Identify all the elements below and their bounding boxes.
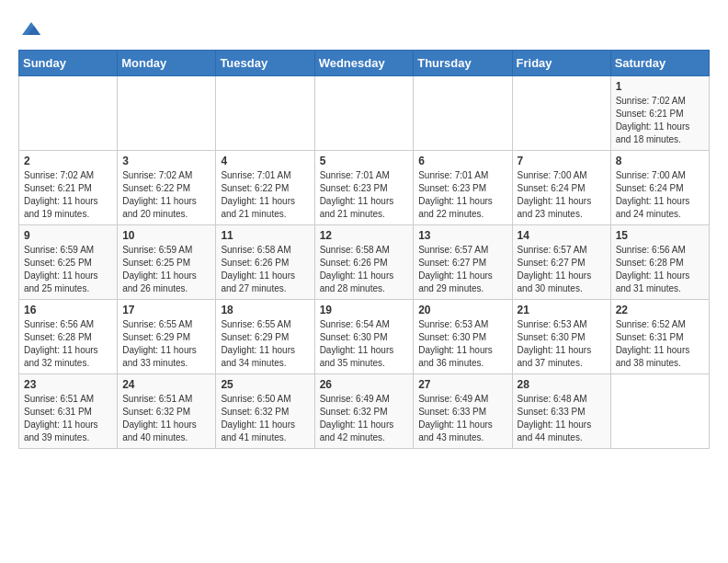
day-info: Sunrise: 6:56 AM Sunset: 6:28 PM Dayligh… bbox=[24, 318, 112, 370]
day-number: 6 bbox=[418, 155, 506, 167]
week-row-2: 2Sunrise: 7:02 AM Sunset: 6:21 PM Daylig… bbox=[19, 151, 710, 225]
calendar-header-row: SundayMondayTuesdayWednesdayThursdayFrid… bbox=[19, 51, 710, 76]
day-info: Sunrise: 6:54 AM Sunset: 6:30 PM Dayligh… bbox=[320, 318, 409, 370]
day-number: 15 bbox=[616, 229, 704, 242]
day-cell bbox=[118, 76, 216, 151]
day-number: 17 bbox=[122, 304, 210, 316]
day-info: Sunrise: 7:00 AM Sunset: 6:24 PM Dayligh… bbox=[518, 169, 606, 221]
day-info: Sunrise: 6:52 AM Sunset: 6:31 PM Dayligh… bbox=[616, 318, 704, 370]
header-friday: Friday bbox=[512, 51, 610, 76]
header-monday: Monday bbox=[118, 51, 216, 76]
day-cell: 15Sunrise: 6:56 AM Sunset: 6:28 PM Dayli… bbox=[610, 225, 709, 300]
day-number: 28 bbox=[518, 378, 606, 391]
day-number: 4 bbox=[221, 155, 309, 167]
day-number: 9 bbox=[24, 229, 112, 242]
page-header bbox=[18, 18, 710, 40]
day-cell: 4Sunrise: 7:01 AM Sunset: 6:22 PM Daylig… bbox=[216, 151, 314, 225]
day-cell: 11Sunrise: 6:58 AM Sunset: 6:26 PM Dayli… bbox=[216, 225, 314, 300]
day-info: Sunrise: 6:51 AM Sunset: 6:32 PM Dayligh… bbox=[122, 393, 210, 444]
day-cell bbox=[610, 374, 709, 449]
week-row-3: 9Sunrise: 6:59 AM Sunset: 6:25 PM Daylig… bbox=[19, 225, 710, 300]
day-cell: 24Sunrise: 6:51 AM Sunset: 6:32 PM Dayli… bbox=[118, 374, 216, 449]
day-cell: 17Sunrise: 6:55 AM Sunset: 6:29 PM Dayli… bbox=[118, 300, 216, 374]
day-info: Sunrise: 7:02 AM Sunset: 6:21 PM Dayligh… bbox=[616, 95, 704, 146]
day-cell: 13Sunrise: 6:57 AM Sunset: 6:27 PM Dayli… bbox=[414, 225, 512, 300]
day-cell: 1Sunrise: 7:02 AM Sunset: 6:21 PM Daylig… bbox=[610, 76, 709, 151]
day-cell bbox=[314, 76, 414, 151]
day-cell: 21Sunrise: 6:53 AM Sunset: 6:30 PM Dayli… bbox=[512, 300, 610, 374]
day-info: Sunrise: 6:57 AM Sunset: 6:27 PM Dayligh… bbox=[518, 244, 606, 295]
day-info: Sunrise: 6:57 AM Sunset: 6:27 PM Dayligh… bbox=[418, 244, 506, 295]
day-cell: 2Sunrise: 7:02 AM Sunset: 6:21 PM Daylig… bbox=[19, 151, 118, 225]
day-number: 16 bbox=[24, 304, 112, 316]
day-number: 22 bbox=[616, 304, 704, 316]
day-number: 24 bbox=[122, 378, 210, 391]
day-info: Sunrise: 7:01 AM Sunset: 6:22 PM Dayligh… bbox=[221, 169, 309, 221]
day-cell bbox=[216, 76, 314, 151]
day-number: 23 bbox=[24, 378, 112, 391]
day-number: 11 bbox=[221, 229, 309, 242]
day-info: Sunrise: 6:59 AM Sunset: 6:25 PM Dayligh… bbox=[122, 244, 210, 295]
day-info: Sunrise: 6:49 AM Sunset: 6:32 PM Dayligh… bbox=[320, 393, 409, 444]
logo-icon bbox=[20, 18, 42, 40]
day-cell: 3Sunrise: 7:02 AM Sunset: 6:22 PM Daylig… bbox=[118, 151, 216, 225]
day-cell: 12Sunrise: 6:58 AM Sunset: 6:26 PM Dayli… bbox=[314, 225, 414, 300]
day-number: 12 bbox=[320, 229, 409, 242]
day-number: 25 bbox=[221, 378, 309, 391]
day-number: 10 bbox=[122, 229, 210, 242]
day-number: 7 bbox=[518, 155, 606, 167]
day-info: Sunrise: 7:01 AM Sunset: 6:23 PM Dayligh… bbox=[320, 169, 409, 221]
day-cell: 10Sunrise: 6:59 AM Sunset: 6:25 PM Dayli… bbox=[118, 225, 216, 300]
day-cell bbox=[19, 76, 118, 151]
day-info: Sunrise: 7:00 AM Sunset: 6:24 PM Dayligh… bbox=[616, 169, 704, 221]
day-cell: 5Sunrise: 7:01 AM Sunset: 6:23 PM Daylig… bbox=[314, 151, 414, 225]
day-info: Sunrise: 6:53 AM Sunset: 6:30 PM Dayligh… bbox=[418, 318, 506, 370]
day-number: 14 bbox=[518, 229, 606, 242]
day-number: 8 bbox=[616, 155, 704, 167]
day-cell: 18Sunrise: 6:55 AM Sunset: 6:29 PM Dayli… bbox=[216, 300, 314, 374]
day-cell: 25Sunrise: 6:50 AM Sunset: 6:32 PM Dayli… bbox=[216, 374, 314, 449]
week-row-4: 16Sunrise: 6:56 AM Sunset: 6:28 PM Dayli… bbox=[19, 300, 710, 374]
day-cell: 28Sunrise: 6:48 AM Sunset: 6:33 PM Dayli… bbox=[512, 374, 610, 449]
day-number: 3 bbox=[122, 155, 210, 167]
day-cell: 6Sunrise: 7:01 AM Sunset: 6:23 PM Daylig… bbox=[414, 151, 512, 225]
day-info: Sunrise: 7:01 AM Sunset: 6:23 PM Dayligh… bbox=[418, 169, 506, 221]
day-cell bbox=[414, 76, 512, 151]
day-number: 27 bbox=[418, 378, 506, 391]
header-saturday: Saturday bbox=[610, 51, 709, 76]
header-tuesday: Tuesday bbox=[216, 51, 314, 76]
day-number: 5 bbox=[320, 155, 409, 167]
day-info: Sunrise: 7:02 AM Sunset: 6:22 PM Dayligh… bbox=[122, 169, 210, 221]
day-info: Sunrise: 6:58 AM Sunset: 6:26 PM Dayligh… bbox=[320, 244, 409, 295]
day-number: 1 bbox=[616, 80, 704, 93]
day-info: Sunrise: 7:02 AM Sunset: 6:21 PM Dayligh… bbox=[24, 169, 112, 221]
day-info: Sunrise: 6:59 AM Sunset: 6:25 PM Dayligh… bbox=[24, 244, 112, 295]
day-cell: 16Sunrise: 6:56 AM Sunset: 6:28 PM Dayli… bbox=[19, 300, 118, 374]
day-info: Sunrise: 6:55 AM Sunset: 6:29 PM Dayligh… bbox=[122, 318, 210, 370]
day-cell: 22Sunrise: 6:52 AM Sunset: 6:31 PM Dayli… bbox=[610, 300, 709, 374]
day-number: 20 bbox=[418, 304, 506, 316]
day-cell: 20Sunrise: 6:53 AM Sunset: 6:30 PM Dayli… bbox=[414, 300, 512, 374]
day-cell: 26Sunrise: 6:49 AM Sunset: 6:32 PM Dayli… bbox=[314, 374, 414, 449]
day-number: 18 bbox=[221, 304, 309, 316]
day-cell: 14Sunrise: 6:57 AM Sunset: 6:27 PM Dayli… bbox=[512, 225, 610, 300]
day-cell: 19Sunrise: 6:54 AM Sunset: 6:30 PM Dayli… bbox=[314, 300, 414, 374]
header-thursday: Thursday bbox=[414, 51, 512, 76]
calendar-table: SundayMondayTuesdayWednesdayThursdayFrid… bbox=[18, 50, 710, 449]
day-info: Sunrise: 6:55 AM Sunset: 6:29 PM Dayligh… bbox=[221, 318, 309, 370]
day-number: 21 bbox=[518, 304, 606, 316]
week-row-1: 1Sunrise: 7:02 AM Sunset: 6:21 PM Daylig… bbox=[19, 76, 710, 151]
day-cell bbox=[512, 76, 610, 151]
day-number: 13 bbox=[418, 229, 506, 242]
day-info: Sunrise: 6:48 AM Sunset: 6:33 PM Dayligh… bbox=[518, 393, 606, 444]
day-cell: 23Sunrise: 6:51 AM Sunset: 6:31 PM Dayli… bbox=[19, 374, 118, 449]
day-cell: 9Sunrise: 6:59 AM Sunset: 6:25 PM Daylig… bbox=[19, 225, 118, 300]
logo bbox=[18, 18, 42, 40]
day-number: 19 bbox=[320, 304, 409, 316]
day-cell: 7Sunrise: 7:00 AM Sunset: 6:24 PM Daylig… bbox=[512, 151, 610, 225]
day-cell: 27Sunrise: 6:49 AM Sunset: 6:33 PM Dayli… bbox=[414, 374, 512, 449]
week-row-5: 23Sunrise: 6:51 AM Sunset: 6:31 PM Dayli… bbox=[19, 374, 710, 449]
day-info: Sunrise: 6:56 AM Sunset: 6:28 PM Dayligh… bbox=[616, 244, 704, 295]
day-info: Sunrise: 6:58 AM Sunset: 6:26 PM Dayligh… bbox=[221, 244, 309, 295]
day-info: Sunrise: 6:49 AM Sunset: 6:33 PM Dayligh… bbox=[418, 393, 506, 444]
